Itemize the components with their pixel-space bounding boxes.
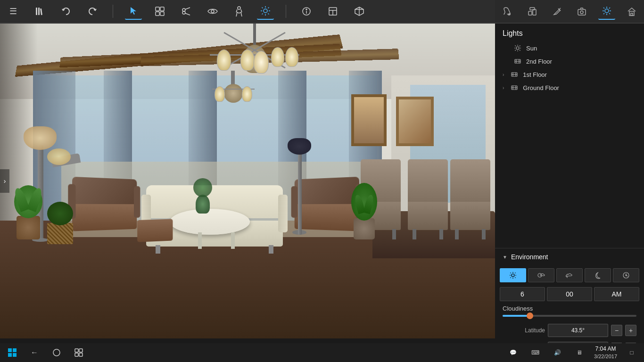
expand-ground-floor-icon[interactable]: › bbox=[503, 85, 504, 90]
light-item-sun[interactable]: Sun bbox=[495, 41, 644, 55]
lights-title: Lights bbox=[495, 24, 644, 41]
svg-line-59 bbox=[520, 50, 520, 51]
info-icon[interactable] bbox=[298, 3, 315, 20]
layout-icon[interactable] bbox=[324, 3, 341, 20]
svg-marker-3 bbox=[131, 7, 136, 15]
svg-rect-0 bbox=[36, 8, 37, 15]
scissors-icon[interactable] bbox=[178, 3, 195, 20]
top-toolbar: ☰ bbox=[0, 0, 495, 24]
floor-light-icon bbox=[514, 58, 521, 65]
taskbar: ← 💬 ⌨ 🔊 🖥 7:04 AM 3/22/2017 □ bbox=[0, 343, 644, 362]
svg-point-12 bbox=[211, 10, 214, 13]
select-icon[interactable] bbox=[125, 3, 142, 20]
light-item-ground-floor[interactable]: › Ground Floor bbox=[495, 81, 644, 94]
taskbar-keyboard-icon[interactable]: ⌨ bbox=[528, 345, 543, 360]
cloudiness-thumb[interactable] bbox=[527, 313, 533, 319]
expand-1st-floor-icon[interactable]: › bbox=[503, 72, 504, 77]
panel-build-icon[interactable] bbox=[524, 3, 541, 20]
latitude-plus-btn[interactable]: + bbox=[625, 325, 636, 336]
lights-list: Sun 2nd Floor › bbox=[495, 41, 644, 99]
svg-line-24 bbox=[262, 14, 263, 15]
svg-rect-93 bbox=[75, 349, 78, 352]
library-icon[interactable] bbox=[31, 3, 48, 20]
svg-point-42 bbox=[605, 9, 609, 13]
time-tab-partly-cloudy[interactable] bbox=[528, 268, 554, 282]
person-icon[interactable] bbox=[231, 3, 248, 20]
main-3d-view[interactable]: › bbox=[0, 24, 495, 338]
svg-point-41 bbox=[580, 11, 583, 14]
svg-line-79 bbox=[511, 273, 511, 273]
light-item-1st-floor[interactable]: › 1st Floor bbox=[495, 68, 644, 81]
panel-edit-icon[interactable] bbox=[549, 3, 566, 20]
svg-rect-89 bbox=[13, 348, 17, 352]
time-of-day-tabs bbox=[495, 265, 644, 285]
environment-header[interactable]: ▼ Environment bbox=[495, 248, 644, 265]
svg-rect-35 bbox=[528, 11, 532, 15]
panel-toolbar bbox=[495, 0, 644, 24]
latitude-minus-btn[interactable]: − bbox=[611, 325, 622, 336]
svg-rect-40 bbox=[578, 9, 586, 15]
light-item-2nd-floor[interactable]: 2nd Floor bbox=[495, 55, 644, 68]
back-button[interactable]: ← bbox=[27, 345, 42, 360]
cube-icon[interactable] bbox=[351, 3, 368, 20]
svg-rect-94 bbox=[79, 349, 83, 352]
svg-rect-4 bbox=[156, 7, 159, 11]
task-view-button[interactable] bbox=[71, 345, 86, 360]
svg-line-49 bbox=[609, 8, 610, 8]
taskbar-volume-icon[interactable]: 🔊 bbox=[550, 345, 565, 360]
svg-line-47 bbox=[603, 8, 604, 8]
panel-home-icon[interactable] bbox=[623, 3, 640, 20]
svg-point-53 bbox=[516, 47, 519, 49]
time-tab-sunny[interactable] bbox=[500, 268, 526, 282]
taskbar-monitor-icon[interactable]: 🖥 bbox=[572, 345, 587, 360]
svg-point-27 bbox=[306, 9, 307, 10]
lights-section: Lights Sun bbox=[495, 24, 644, 99]
panel-paint-icon[interactable] bbox=[499, 3, 516, 20]
cloudiness-label: Cloudiness bbox=[503, 305, 636, 312]
svg-rect-95 bbox=[75, 353, 78, 356]
floor-light-icon-g bbox=[511, 84, 518, 91]
svg-rect-5 bbox=[160, 7, 164, 11]
svg-rect-96 bbox=[79, 353, 83, 356]
redo-icon[interactable] bbox=[84, 3, 101, 20]
cloudiness-slider-container: Cloudiness bbox=[495, 303, 644, 321]
sun-toolbar-icon[interactable] bbox=[257, 3, 274, 20]
floor-light-icon-1 bbox=[511, 71, 518, 78]
time-tab-custom[interactable] bbox=[613, 268, 639, 282]
time-display: 6 00 AM bbox=[495, 285, 644, 303]
start-button[interactable] bbox=[5, 345, 20, 360]
sun-light-icon bbox=[514, 44, 521, 52]
svg-point-13 bbox=[238, 7, 240, 9]
svg-point-34 bbox=[508, 13, 510, 15]
svg-rect-37 bbox=[530, 8, 535, 10]
env-chevron-icon: ▼ bbox=[503, 255, 507, 260]
svg-line-22 bbox=[268, 14, 269, 15]
cloudiness-track[interactable] bbox=[503, 315, 636, 317]
svg-line-82 bbox=[511, 278, 511, 278]
taskbar-notify-icon[interactable]: 💬 bbox=[505, 345, 520, 360]
svg-rect-2 bbox=[40, 8, 42, 15]
time-tab-night[interactable] bbox=[585, 268, 611, 282]
panel-camera-icon[interactable] bbox=[573, 3, 590, 20]
svg-rect-90 bbox=[8, 353, 12, 357]
svg-line-80 bbox=[515, 278, 516, 278]
eye-icon[interactable] bbox=[204, 3, 221, 20]
home-circle-button[interactable] bbox=[49, 345, 64, 360]
taskbar-action-center[interactable]: □ bbox=[624, 345, 639, 360]
svg-line-81 bbox=[515, 273, 516, 273]
undo-icon[interactable] bbox=[58, 3, 74, 20]
taskbar-right-area: 💬 ⌨ 🔊 🖥 7:04 AM 3/22/2017 □ bbox=[505, 345, 639, 360]
svg-point-9 bbox=[182, 11, 185, 14]
svg-line-48 bbox=[609, 13, 610, 14]
time-tab-cloudy[interactable] bbox=[556, 268, 583, 282]
menu-icon[interactable]: ☰ bbox=[5, 3, 22, 20]
right-panel: Lights Sun bbox=[495, 0, 644, 362]
svg-line-60 bbox=[520, 46, 520, 47]
panel-sun-icon[interactable] bbox=[598, 3, 615, 20]
latitude-input[interactable]: 43.5° bbox=[548, 324, 608, 337]
objects-icon[interactable] bbox=[151, 3, 168, 20]
left-nav-arrow[interactable]: › bbox=[0, 169, 9, 193]
svg-rect-1 bbox=[38, 8, 40, 15]
svg-line-11 bbox=[185, 13, 190, 15]
svg-line-23 bbox=[268, 8, 269, 8]
